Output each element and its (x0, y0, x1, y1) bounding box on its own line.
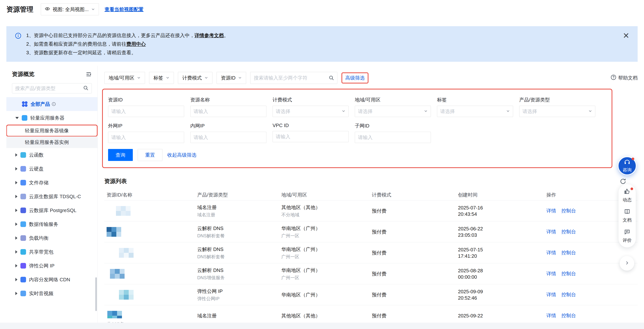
created-date: 2025-06-22 (458, 226, 546, 232)
cloud-function-icon (20, 152, 26, 158)
collapse-advanced-filter-link[interactable]: 收起高级筛选 (167, 152, 196, 158)
table-row[interactable]: 云解析 DNSDNS解析套餐华南地区（广州）广州一区预付费2025-07-151… (104, 242, 638, 263)
sidebar-item-sub[interactable]: 轻量应用服务器镜像 (6, 125, 98, 136)
sidebar-search-input[interactable] (15, 85, 81, 91)
product-cell-sub: DNS解析套餐 (197, 233, 281, 239)
sidebar-item-product[interactable]: 云原生数据库 TDSQL-C (6, 190, 98, 203)
chevron-right-icon[interactable] (15, 223, 18, 226)
product-cell-sub: 弹性公网IP (197, 296, 281, 302)
search-icon[interactable] (326, 72, 337, 84)
detail-link[interactable]: 详情 (546, 250, 556, 256)
chevron-right-icon[interactable] (15, 181, 18, 184)
console-link[interactable]: 控制台 (562, 313, 576, 318)
sidebar-item-product[interactable]: 云硬盘 (6, 162, 98, 176)
eye-icon (45, 6, 50, 13)
console-link[interactable]: 控制台 (562, 271, 576, 276)
resource-id-cell (106, 311, 197, 319)
adv-field-vpc-id: VPC ID (272, 123, 348, 143)
resource-id-control (108, 106, 184, 117)
sidebar-item-product[interactable]: 全部产品 (6, 97, 98, 111)
table-row[interactable]: 域名注册其他地区（其他）预付费2025-09-22详情控制台 (104, 305, 638, 318)
subnet-id-input[interactable] (358, 135, 428, 140)
table-row[interactable]: 域名注册域名注册其他地区（其他）不分地域预付费2025-07-1620:43:5… (104, 200, 638, 221)
sidebar-scrollbar[interactable] (95, 277, 97, 311)
resource-name-input[interactable] (194, 109, 263, 114)
view-selector[interactable]: 视图: 全局视图... (41, 3, 99, 15)
resource-id-filter[interactable]: 资源ID (216, 72, 246, 84)
chevron-right-icon[interactable] (15, 167, 18, 170)
sidebar-item-product[interactable]: 共享带宽包 (6, 245, 98, 259)
collapse-panel-icon[interactable] (86, 71, 92, 77)
table-row[interactable]: 弹性公网 IP弹性公网IP华南地区（广州）预付费2025-09-0920:52:… (104, 284, 638, 305)
console-link[interactable]: 控制台 (562, 229, 576, 235)
table-row[interactable]: 云解析 DNSDNS增值服务华南地区（广州）广州一区预付费2025-08-280… (104, 263, 638, 284)
sidebar-item-label: 实时音视频 (29, 290, 54, 297)
resource-search-input[interactable] (250, 72, 326, 84)
public-ip-input[interactable] (111, 135, 181, 140)
query-button[interactable]: 查询 (108, 149, 133, 161)
redacted-resource-id (110, 269, 124, 279)
region-zone-select[interactable]: 请选择 (355, 106, 431, 117)
sidebar-item-product[interactable]: 内容分发网络 CDN (6, 273, 98, 287)
tag-filter[interactable]: 标签 (149, 72, 174, 84)
chevron-right-icon[interactable] (15, 195, 18, 198)
sidebar-item-product[interactable]: 弹性公网 IP (6, 259, 98, 273)
advanced-filter-link[interactable]: 高级筛选 (345, 75, 365, 81)
resource-id-input[interactable] (111, 109, 181, 114)
detail-link[interactable]: 详情 (546, 292, 556, 297)
product-tree: 全部产品轻量应用服务器轻量应用服务器镜像轻量应用服务器实例云函数云硬盘文件存储云… (6, 97, 98, 300)
region-cell-main: 华南地区（广州） (281, 292, 372, 298)
chevron-down-icon[interactable] (15, 117, 19, 119)
toolbar-expand-button[interactable] (620, 256, 634, 271)
chevron-right-icon[interactable] (15, 153, 18, 157)
sidebar-item-product[interactable]: 实时音视频 (6, 287, 98, 300)
search-icon[interactable] (83, 85, 88, 91)
billing-mode-select[interactable]: 请选择 (272, 106, 348, 117)
detail-link[interactable]: 详情 (546, 229, 556, 235)
sidebar-item-label: 文件存储 (29, 179, 48, 186)
console-link[interactable]: 控制台 (562, 250, 576, 256)
detail-link[interactable]: 详情 (546, 271, 556, 276)
consult-button[interactable]: 咨询 (618, 156, 636, 175)
close-icon[interactable]: ✕ (623, 32, 630, 40)
sidebar-item-product[interactable]: 负载均衡 (6, 231, 98, 245)
view-config-link[interactable]: 查看当前视图配置 (104, 6, 144, 13)
created-time: 00:00:00 (458, 274, 546, 280)
notice-banner: 1、资源中心目前已支持部分云产品的资源信息接入，更多云产品还在接入中，详情参考文… (6, 26, 638, 62)
help-doc-link[interactable]: 帮助文档 (611, 74, 638, 81)
sidebar-item-product[interactable]: 数据传输服务 (6, 217, 98, 231)
chevron-right-icon[interactable] (15, 250, 18, 254)
page-title: 资源管理 (6, 5, 33, 14)
console-link[interactable]: 控制台 (562, 292, 576, 297)
billing-cell: 预付费 (372, 292, 458, 298)
private-ip-input[interactable] (194, 135, 263, 140)
redacted-resource-id (106, 227, 121, 237)
region-zone-filter[interactable]: 地域/可用区 (104, 72, 145, 84)
sidebar-item-product[interactable]: 云函数 (6, 148, 98, 162)
console-link[interactable]: 控制台 (562, 208, 576, 214)
chevron-right-icon[interactable] (15, 236, 18, 240)
product-resource-type-select[interactable]: 请选择 (519, 106, 595, 117)
docs-button[interactable]: 文档 (623, 209, 632, 223)
table-row[interactable]: 云解析 DNSDNS解析套餐华南地区（广州）广州一区预付费2025-06-222… (104, 221, 638, 242)
chevron-right-icon[interactable] (15, 264, 18, 268)
feedback-button[interactable]: 评价 (623, 229, 632, 243)
refresh-icon[interactable] (620, 178, 626, 185)
chevron-right-icon[interactable] (15, 278, 18, 281)
billing-mode-filter[interactable]: 计费模式 (178, 72, 212, 84)
created-time: 17:41:20 (458, 253, 546, 259)
chevron-right-icon[interactable] (15, 292, 18, 295)
sidebar-item-product[interactable]: 轻量应用服务器 (6, 111, 98, 125)
sidebar-item-sub[interactable]: 轻量应用服务器实例 (6, 136, 98, 148)
billing-center-link[interactable]: 费用中心 (126, 41, 146, 47)
doc-reference-link[interactable]: 详情参考文档 (194, 32, 224, 38)
sidebar-item-product[interactable]: 云数据库 PostgreSQL (6, 203, 98, 217)
chevron-right-icon[interactable] (15, 209, 18, 212)
detail-link[interactable]: 详情 (546, 313, 556, 318)
vpc-id-input[interactable] (276, 134, 346, 140)
tag-select[interactable]: 请选择 (437, 106, 513, 117)
activity-button[interactable]: 动态 (623, 188, 632, 203)
reset-button[interactable]: 重置 (138, 149, 162, 161)
sidebar-item-product[interactable]: 文件存储 (6, 176, 98, 190)
detail-link[interactable]: 详情 (546, 208, 556, 214)
